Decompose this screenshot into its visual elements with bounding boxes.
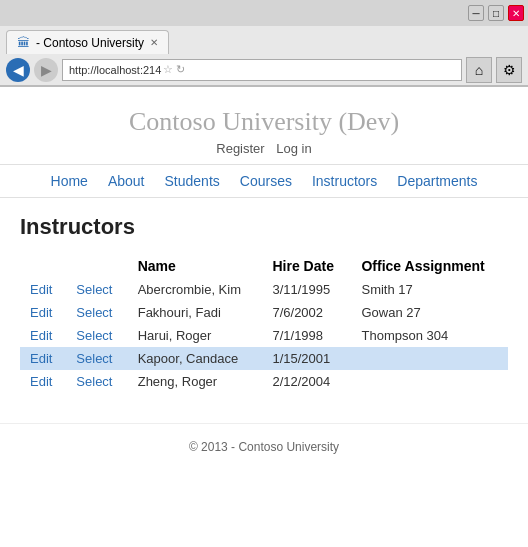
minimize-button[interactable]: ─: [468, 5, 484, 21]
site-title: Contoso University (Dev): [0, 107, 528, 137]
settings-button[interactable]: ⚙: [496, 57, 522, 83]
select-link[interactable]: Select: [76, 328, 112, 343]
browser-tab[interactable]: 🏛 - Contoso University ✕: [6, 30, 169, 54]
edit-link[interactable]: Edit: [30, 328, 52, 343]
hiredate-cell: 1/15/2001: [262, 347, 351, 370]
name-cell: Harui, Roger: [128, 324, 263, 347]
tab-bar: 🏛 - Contoso University ✕: [0, 26, 528, 54]
nav-students[interactable]: Students: [165, 173, 220, 189]
table-row: Edit Select Zheng, Roger 2/12/2004: [20, 370, 508, 393]
select-cell: Select: [66, 347, 127, 370]
hiredate-cell: 2/12/2004: [262, 370, 351, 393]
select-link[interactable]: Select: [76, 351, 112, 366]
main-content: Instructors Name Hire Date Office Assign…: [0, 214, 528, 413]
hiredate-cell: 7/1/1998: [262, 324, 351, 347]
edit-cell: Edit: [20, 370, 66, 393]
col-name: Name: [128, 254, 263, 278]
page-heading: Instructors: [20, 214, 508, 240]
site-footer: © 2013 - Contoso University: [0, 423, 528, 470]
maximize-button[interactable]: □: [488, 5, 504, 21]
select-cell: Select: [66, 324, 127, 347]
select-link[interactable]: Select: [76, 374, 112, 389]
office-cell: [351, 347, 508, 370]
table-row: Edit Select Abercrombie, Kim 3/11/1995 S…: [20, 278, 508, 301]
forward-button[interactable]: ▶: [34, 58, 58, 82]
tab-label: - Contoso University: [36, 36, 144, 50]
select-link[interactable]: Select: [76, 305, 112, 320]
col-edit: [20, 254, 66, 278]
col-office: Office Assignment: [351, 254, 508, 278]
site-header: Contoso University (Dev) Register Log in: [0, 87, 528, 164]
select-cell: Select: [66, 370, 127, 393]
nav-courses[interactable]: Courses: [240, 173, 292, 189]
hiredate-cell: 7/6/2002: [262, 301, 351, 324]
login-link[interactable]: Log in: [276, 141, 311, 156]
nav-departments[interactable]: Departments: [397, 173, 477, 189]
edit-link[interactable]: Edit: [30, 305, 52, 320]
edit-link[interactable]: Edit: [30, 374, 52, 389]
url-extra: ☆ ↻: [163, 63, 185, 76]
table-header-row: Name Hire Date Office Assignment: [20, 254, 508, 278]
site-auth: Register Log in: [0, 141, 528, 156]
select-link[interactable]: Select: [76, 282, 112, 297]
url-text: http://localhost:214: [69, 64, 161, 76]
edit-cell: Edit: [20, 278, 66, 301]
hiredate-cell: 3/11/1995: [262, 278, 351, 301]
office-cell: Thompson 304: [351, 324, 508, 347]
address-input[interactable]: http://localhost:214 ☆ ↻: [62, 59, 462, 81]
register-link[interactable]: Register: [216, 141, 264, 156]
close-button[interactable]: ✕: [508, 5, 524, 21]
table-row: Edit Select Fakhouri, Fadi 7/6/2002 Gowa…: [20, 301, 508, 324]
edit-cell: Edit: [20, 301, 66, 324]
edit-link[interactable]: Edit: [30, 351, 52, 366]
site-nav: Home About Students Courses Instructors …: [0, 164, 528, 198]
nav-home[interactable]: Home: [51, 173, 88, 189]
nav-about[interactable]: About: [108, 173, 145, 189]
table-row: Edit Select Kapoor, Candace 1/15/2001: [20, 347, 508, 370]
page-content: Contoso University (Dev) Register Log in…: [0, 87, 528, 547]
address-bar: ◀ ▶ http://localhost:214 ☆ ↻ ⌂ ⚙: [0, 54, 528, 86]
home-button[interactable]: ⌂: [466, 57, 492, 83]
edit-cell: Edit: [20, 347, 66, 370]
office-cell: Gowan 27: [351, 301, 508, 324]
select-cell: Select: [66, 301, 127, 324]
edit-cell: Edit: [20, 324, 66, 347]
edit-link[interactable]: Edit: [30, 282, 52, 297]
col-select: [66, 254, 127, 278]
col-hiredate: Hire Date: [262, 254, 351, 278]
title-bar: ─ □ ✕: [0, 0, 528, 26]
name-cell: Abercrombie, Kim: [128, 278, 263, 301]
nav-instructors[interactable]: Instructors: [312, 173, 377, 189]
tab-icon: 🏛: [17, 35, 30, 50]
tab-close-icon[interactable]: ✕: [150, 37, 158, 48]
table-row: Edit Select Harui, Roger 7/1/1998 Thomps…: [20, 324, 508, 347]
back-button[interactable]: ◀: [6, 58, 30, 82]
footer-copyright: © 2013 - Contoso University: [189, 440, 339, 454]
browser-chrome: ─ □ ✕ 🏛 - Contoso University ✕ ◀ ▶ http:…: [0, 0, 528, 87]
name-cell: Kapoor, Candace: [128, 347, 263, 370]
name-cell: Zheng, Roger: [128, 370, 263, 393]
select-cell: Select: [66, 278, 127, 301]
office-cell: [351, 370, 508, 393]
instructors-table: Name Hire Date Office Assignment Edit Se…: [20, 254, 508, 393]
office-cell: Smith 17: [351, 278, 508, 301]
name-cell: Fakhouri, Fadi: [128, 301, 263, 324]
